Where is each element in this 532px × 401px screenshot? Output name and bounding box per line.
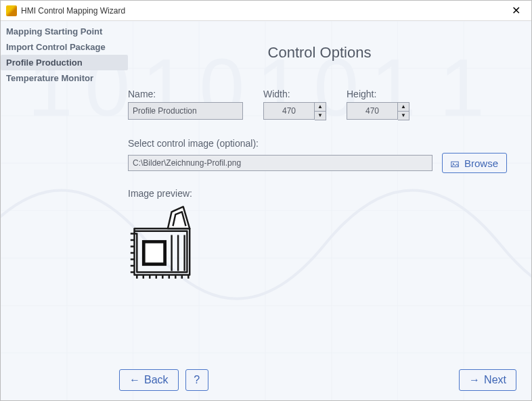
main-panel: Control Options Name: Width: ▲ ▼: [128, 21, 531, 400]
browse-button[interactable]: Browse: [442, 153, 507, 173]
sidebar-item-mapping-starting-point[interactable]: Mapping Starting Point: [1, 24, 128, 39]
height-field: Height: ▲ ▼: [347, 89, 409, 120]
height-label: Height:: [347, 89, 409, 99]
next-button-label: Next: [484, 374, 506, 386]
height-input[interactable]: [347, 102, 398, 120]
name-field: Name:: [128, 89, 243, 120]
sidebar-item-temperature-monitor[interactable]: Temperature Monitor: [1, 70, 128, 86]
app-icon: [6, 5, 17, 16]
image-preview: [128, 203, 205, 280]
image-path-input[interactable]: [128, 155, 433, 171]
body: 1010101 1 Mapping Starting Point Import …: [1, 21, 531, 400]
browse-button-label: Browse: [464, 158, 498, 169]
sidebar: Mapping Starting Point Import Control Pa…: [1, 21, 128, 400]
help-button-label: ?: [194, 374, 200, 386]
width-input[interactable]: [263, 102, 315, 120]
svg-rect-5: [145, 243, 164, 263]
arrow-left-icon: ←: [129, 375, 140, 385]
back-button-label: Back: [144, 374, 169, 386]
preview-label: Image preview:: [128, 188, 511, 199]
image-path-row: Browse: [128, 153, 511, 173]
height-stepper-buttons: ▲ ▼: [398, 102, 409, 120]
name-input[interactable]: [128, 102, 243, 120]
name-label: Name:: [128, 89, 243, 99]
height-step-down[interactable]: ▼: [398, 112, 409, 120]
select-image-label: Select control image (optional):: [128, 138, 511, 149]
back-button[interactable]: ← Back: [119, 369, 179, 391]
height-stepper: ▲ ▼: [347, 102, 409, 120]
titlebar: HMI Control Mapping Wizard ✕: [1, 1, 531, 21]
help-button[interactable]: ?: [185, 369, 208, 391]
width-field: Width: ▲ ▼: [263, 89, 326, 120]
dimensions-row: Name: Width: ▲ ▼ Height:: [128, 89, 511, 120]
footer: ← Back ? → Next: [119, 369, 516, 391]
width-stepper: ▲ ▼: [263, 102, 326, 120]
next-button[interactable]: → Next: [459, 369, 516, 391]
height-step-up[interactable]: ▲: [398, 103, 409, 112]
page-title: Control Options: [128, 44, 511, 62]
sidebar-item-profile-production[interactable]: Profile Production: [1, 55, 128, 70]
width-step-down[interactable]: ▼: [315, 112, 326, 120]
sidebar-item-import-control-package[interactable]: Import Control Package: [1, 39, 128, 55]
width-step-up[interactable]: ▲: [315, 103, 326, 112]
width-label: Width:: [263, 89, 326, 99]
arrow-right-icon: →: [469, 375, 480, 385]
browse-icon: [451, 159, 459, 167]
close-icon[interactable]: ✕: [506, 1, 526, 20]
window-title: HMI Control Mapping Wizard: [21, 6, 506, 16]
width-stepper-buttons: ▲ ▼: [315, 102, 326, 120]
app-window: HMI Control Mapping Wizard ✕ 1010101 1 M…: [0, 0, 532, 401]
